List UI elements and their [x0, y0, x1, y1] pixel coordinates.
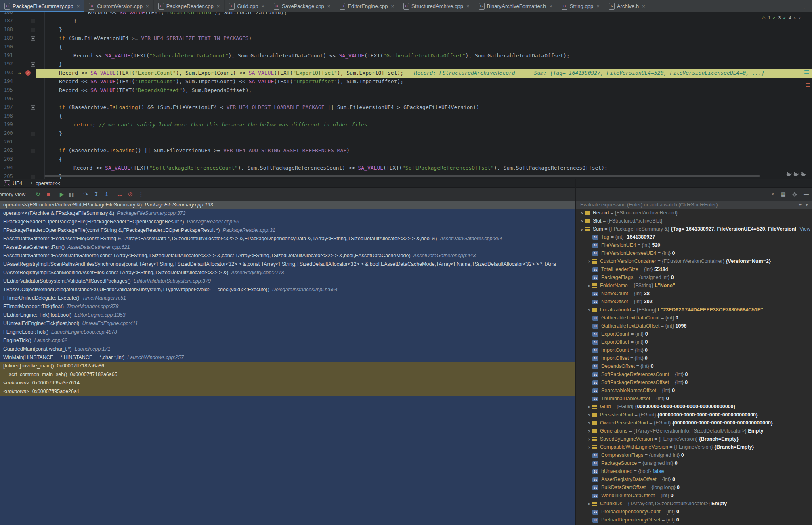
close-icon[interactable]: × — [391, 3, 394, 9]
add-watch-icon[interactable]: + — [799, 201, 802, 209]
code-line-199[interactable]: 199return; // we can't safely load more … — [0, 120, 812, 129]
scrollbar-current-line-mark[interactable] — [804, 73, 809, 74]
code-line-187[interactable]: 187} — [0, 17, 812, 25]
stack-frame[interactable]: FPackageReader::OpenPackageFile(FPackage… — [0, 218, 575, 226]
breakpoint-icon[interactable] — [25, 70, 31, 76]
hide-icon[interactable]: — — [804, 191, 809, 197]
fold-icon[interactable] — [31, 149, 35, 153]
stack-frame[interactable]: operator<<(FArchive &,FPackageFileSummar… — [0, 209, 575, 218]
variable-row[interactable]: 01ThumbnailTableOffset = {int} 0 — [576, 395, 812, 403]
code-line-194[interactable]: 194Record << SA_VALUE(TEXT("ImportCount"… — [0, 77, 812, 86]
line-number[interactable]: 193 — [4, 69, 13, 77]
stack-frame[interactable]: FAssetDataGatherer::ReadAssetFile(const … — [0, 235, 575, 243]
stack-frame[interactable]: UEditorValidatorSubsystem::ValidateAllSa… — [0, 277, 575, 286]
code-line-201[interactable]: 201 — [0, 138, 812, 147]
line-number[interactable]: 203 — [4, 155, 13, 164]
line-number[interactable]: 200 — [4, 129, 13, 138]
variable-row[interactable]: 01PreloadDependencyCount = {int} 0 — [576, 508, 812, 516]
stack-frame[interactable]: TBaseUObjectMethodDelegateInstance<0,UEd… — [0, 286, 575, 294]
code-line-204[interactable]: 204Record << SA_VALUE(TEXT("SoftPackageR… — [0, 164, 812, 172]
code-line-203[interactable]: 203{ — [0, 155, 812, 164]
variable-row[interactable]: >Slot = {FStructuredArchiveSlot} — [576, 217, 812, 225]
line-number[interactable]: 204 — [4, 164, 13, 172]
tab-savepackage-cpp[interactable]: ++SavePackage.cpp× — [269, 0, 335, 12]
close-icon[interactable]: × — [642, 3, 645, 9]
tab-overflow-button[interactable]: ⋮ — [796, 0, 812, 12]
stack-frame[interactable]: UAssetRegistryImpl::ScanPathsAndFilesSyn… — [0, 260, 575, 269]
stack-frame[interactable]: WinMain(HINSTANCE__ *,HINSTANCE__ *,char… — [0, 353, 575, 362]
expand-arrow-icon[interactable]: > — [586, 419, 592, 427]
expand-arrow-icon[interactable]: > — [586, 306, 592, 314]
variable-row[interactable]: >FolderName = {FString} L"None" — [576, 281, 812, 290]
tab-archive-h[interactable]: hArchive.h× — [604, 0, 650, 12]
stack-frame[interactable]: <unknown>0x00007ff95a3e7614 — [0, 379, 575, 387]
chevron-down-icon[interactable]: ▼ — [805, 201, 809, 209]
variable-row[interactable]: 01PreloadDependencyOffset = {int} 0 — [576, 516, 812, 524]
line-number[interactable]: 194 — [4, 77, 13, 86]
variable-row[interactable]: 01BulkDataStartOffset = {long long} 0 — [576, 483, 812, 491]
stack-frame[interactable]: GuardedMain(const wchar_t *)Launch.cpp:1… — [0, 345, 575, 353]
fold-icon[interactable] — [31, 36, 35, 41]
tab-guid-cpp[interactable]: ++Guid.cpp× — [225, 0, 269, 12]
debug-session-tab[interactable]: UE4 — [0, 179, 26, 187]
variable-row[interactable]: >LocalizationId = {FString} L"23FD62A744… — [576, 306, 812, 314]
fold-icon[interactable] — [31, 132, 35, 136]
variable-row[interactable]: 01SoftPackageReferencesCount = {int} 0 — [576, 370, 812, 378]
variable-row[interactable]: 01TotalHeaderSize = {int} 55184 — [576, 265, 812, 273]
memory-view-button[interactable]: emory View — [0, 192, 33, 197]
variable-row[interactable]: 01CompressionFlags = {unsigned int} 0 — [576, 451, 812, 459]
code-editor[interactable]: 186Record << SA_VALUE(TEXT("Localization… — [0, 12, 812, 179]
expand-arrow-icon[interactable]: > — [586, 411, 592, 419]
line-number[interactable]: 190 — [4, 43, 13, 51]
pause-icon[interactable]: ▌▌ — [67, 189, 78, 202]
tab-editorengine-cpp[interactable]: ++EditorEngine.cpp× — [335, 0, 399, 12]
line-number[interactable]: 202 — [4, 146, 13, 155]
line-number[interactable]: 198 — [4, 112, 13, 120]
variable-row[interactable]: 01GatherableTextDataOffset = {int} 1096 — [576, 322, 812, 330]
code-line-196[interactable]: 196 — [0, 94, 812, 103]
code-line-197[interactable]: 197if (BaseArchive.IsLoading() && (Sum.F… — [0, 103, 812, 112]
close-icon[interactable]: × — [549, 3, 552, 9]
stack-frame[interactable]: FEngineLoop::Tick()LaunchEngineLoop.cpp:… — [0, 328, 575, 336]
variable-row[interactable]: 01ImportOffset = {int} 0 — [576, 354, 812, 362]
stack-frame[interactable]: FTimerUnifiedDelegate::Execute()TimerMan… — [0, 294, 575, 302]
expand-arrow-icon[interactable]: > — [586, 435, 592, 443]
line-number[interactable]: 186 — [4, 12, 13, 17]
prev-issue-icon[interactable]: ˄ — [793, 16, 796, 20]
fold-icon[interactable] — [31, 105, 35, 110]
stack-frame[interactable]: EngineTick()Launch.cpp:62 — [0, 336, 575, 345]
code-line-198[interactable]: 198{ — [0, 112, 812, 121]
variable-row[interactable]: 01PackageFlags = {unsigned int} 0 — [576, 273, 812, 281]
debug-frame-tab[interactable]: ± operator<< — [26, 179, 64, 187]
stack-frame[interactable]: FAssetDataGatherer::Run()AssetDataGather… — [0, 243, 575, 252]
fold-icon[interactable] — [31, 175, 35, 179]
variable-row[interactable]: >CustomVersionContainer = {FCustomVersio… — [576, 257, 812, 265]
code-line-202[interactable]: 202if (BaseArchive.IsSaving() || Sum.Fil… — [0, 146, 812, 155]
line-number[interactable]: 196 — [4, 94, 13, 103]
variable-row[interactable]: 01NameOffset = {int} 302 — [576, 298, 812, 306]
tab-string-cpp[interactable]: ++String.cpp× — [557, 0, 604, 12]
variable-row[interactable]: 01Tag = {int} -1641380927 — [576, 233, 812, 241]
stack-frame[interactable]: UEditorEngine::Tick(float,bool)EditorEng… — [0, 311, 575, 319]
variable-row[interactable]: 01PackageSource = {unsigned int} 0 — [576, 459, 812, 467]
code-line-188[interactable]: 188} — [0, 25, 812, 34]
line-number[interactable]: 199 — [4, 120, 13, 129]
variable-row[interactable]: vSum = {FPackageFileSummary &} {Tag=-164… — [576, 225, 812, 233]
scrollbar-error-mark[interactable] — [806, 83, 810, 84]
expand-arrow-icon[interactable]: > — [586, 443, 592, 451]
variable-row[interactable]: >SavedByEngineVersion = {FEngineVersion}… — [576, 435, 812, 443]
fold-icon[interactable] — [31, 28, 35, 32]
watch-expression-field[interactable]: Evaluate expression (Enter) or add a wat… — [576, 201, 812, 209]
inspections-widget[interactable]: ⚠ 1 ✔ 3 ✔ 4 ˄ ˅ — [762, 15, 801, 21]
variable-row[interactable]: 01WorldTileInfoDataOffset = {int} 0 — [576, 491, 812, 500]
expand-arrow-icon[interactable]: > — [586, 258, 592, 265]
stack-frame[interactable]: FAssetDataGatherer::FAssetDataGatherer(c… — [0, 252, 575, 260]
variable-row[interactable]: 01FileVersionLicenseeUE4 = {int} 0 — [576, 249, 812, 257]
variable-row[interactable]: 01SearchableNamesOffset = {int} 0 — [576, 386, 812, 395]
stack-frame[interactable]: UUnrealEdEngine::Tick(float,bool)UnrealE… — [0, 319, 575, 328]
variable-row[interactable]: 01FileVersionUE4 = {int} 520 — [576, 241, 812, 249]
variable-row[interactable]: >PersistentGuid = {FGuid} {00000000-0000… — [576, 411, 812, 419]
line-number[interactable]: 188 — [4, 25, 13, 34]
variable-row[interactable]: >OwnerPersistentGuid = {FGuid} {00000000… — [576, 419, 812, 427]
variable-row[interactable]: 01ImportCount = {int} 0 — [576, 346, 812, 354]
